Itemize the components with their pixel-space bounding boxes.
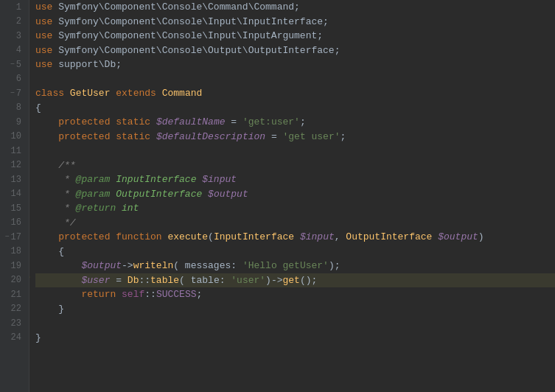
- code-line-16: */: [35, 216, 555, 231]
- token: )->: [265, 273, 282, 288]
- token: [35, 130, 58, 144]
- token: [110, 130, 116, 144]
- gutter-line-12: 12: [4, 158, 26, 173]
- token: extends: [116, 86, 156, 101]
- code-line-6: [35, 72, 555, 87]
- token: ::: [139, 273, 150, 288]
- token: Db: [128, 273, 139, 288]
- gutter-line-11: 11: [4, 144, 26, 158]
- token: InputInterface: [116, 172, 196, 187]
- fold-icon-17[interactable]: −: [5, 231, 11, 242]
- gutter-line-22: 22: [4, 302, 26, 317]
- gutter-line-21: 21: [4, 287, 26, 302]
- token: use: [35, 0, 52, 15]
- token: ,: [335, 230, 346, 245]
- token: use: [35, 57, 52, 72]
- code-area: 1234−56−78910111213141516−17181920212223…: [0, 0, 555, 392]
- token: [110, 115, 116, 130]
- code-line-21: return self::SUCCESS;: [35, 287, 555, 302]
- token: static: [116, 130, 150, 144]
- token: ): [478, 230, 484, 245]
- token: SUCCESS: [156, 287, 197, 302]
- gutter-line-23: 23: [4, 316, 26, 331]
- gutter-line-5: −5: [4, 57, 26, 72]
- code-line-13: * @param InputInterface $input: [35, 172, 555, 187]
- code-line-11: [35, 144, 555, 158]
- code-line-19: $output->writeln( messages: 'Hello getUs…: [35, 259, 555, 273]
- token: [110, 230, 116, 245]
- token: function: [116, 230, 161, 245]
- token: ::: [144, 287, 156, 302]
- token: GetUser: [70, 86, 111, 101]
- token: ->: [122, 259, 133, 273]
- fold-icon-7[interactable]: −: [10, 88, 16, 99]
- token: [110, 172, 116, 187]
- token: */: [35, 216, 76, 231]
- token: get: [283, 273, 300, 288]
- token: OutputInterface: [346, 230, 432, 245]
- token: $output: [438, 230, 478, 245]
- token: class: [35, 86, 64, 101]
- token: }: [35, 302, 64, 317]
- gutter-line-10: 10: [4, 130, 26, 144]
- token: [202, 187, 208, 202]
- token: *: [35, 201, 76, 216]
- token: [35, 273, 81, 288]
- token: [35, 230, 58, 245]
- gutter-line-15: 15: [4, 201, 26, 216]
- code-line-20: 💡 $user = Db::table( table: 'user')->get…: [35, 273, 555, 288]
- token: protected: [58, 230, 110, 245]
- token: 'get:user': [242, 115, 300, 130]
- token: [35, 287, 81, 302]
- token: OutputInterface: [116, 187, 202, 202]
- code-line-5: use support\Db;: [35, 57, 555, 72]
- token: $defaultName: [156, 115, 226, 130]
- token: [35, 115, 58, 130]
- token: execute: [167, 230, 208, 245]
- gutter-line-13: 13: [4, 172, 26, 187]
- gutter-line-9: 9: [4, 115, 26, 130]
- token: [150, 130, 156, 144]
- token: [294, 230, 300, 245]
- token: {: [35, 245, 64, 259]
- token: 'Hello getUser': [242, 259, 329, 273]
- code-line-17: protected function execute(InputInterfac…: [35, 230, 555, 245]
- code-line-10: protected static $defaultDescription = '…: [35, 130, 555, 144]
- code-line-4: use Symfony\Component\Console\Output\Out…: [35, 43, 555, 58]
- code-line-22: }: [35, 302, 555, 317]
- token: =: [226, 115, 242, 130]
- gutter-line-2: 2: [4, 15, 26, 29]
- token: );: [329, 259, 341, 273]
- code-content[interactable]: use Symfony\Component\Console\Command\Co…: [29, 0, 555, 392]
- warning-icon-20: 💡: [29, 273, 32, 287]
- code-line-14: * @param OutputInterface $output: [35, 187, 555, 202]
- token: }: [35, 331, 41, 346]
- token: @param: [76, 187, 111, 202]
- token: Symfony\Component\Console\Output\OutputI…: [52, 43, 340, 58]
- token: [156, 86, 162, 101]
- token: ( table:: [179, 273, 231, 288]
- code-line-7: class GetUser extends Command: [35, 86, 555, 101]
- gutter-line-24: 24: [4, 331, 26, 346]
- token: ();: [300, 273, 317, 288]
- token: Command: [162, 86, 203, 101]
- token: =: [265, 130, 282, 144]
- gutter-line-19: 19: [4, 259, 26, 273]
- token: writeln: [133, 259, 174, 273]
- token: static: [116, 115, 150, 130]
- token: (: [208, 230, 214, 245]
- token: $user: [81, 273, 110, 288]
- token: [116, 201, 122, 216]
- token: use: [35, 43, 52, 58]
- code-line-3: use Symfony\Component\Console\Input\Inpu…: [35, 29, 555, 43]
- token: Symfony\Component\Console\Input\InputInt…: [52, 15, 328, 29]
- token: [116, 287, 122, 302]
- token: [432, 230, 438, 245]
- token: [35, 259, 81, 273]
- token: {: [35, 101, 41, 116]
- token: protected: [58, 130, 110, 144]
- fold-icon-5[interactable]: −: [10, 59, 16, 70]
- token: int: [122, 201, 139, 216]
- code-editor: 1234−56−78910111213141516−17181920212223…: [0, 0, 555, 392]
- token: Symfony\Component\Console\Input\InputArg…: [52, 29, 323, 43]
